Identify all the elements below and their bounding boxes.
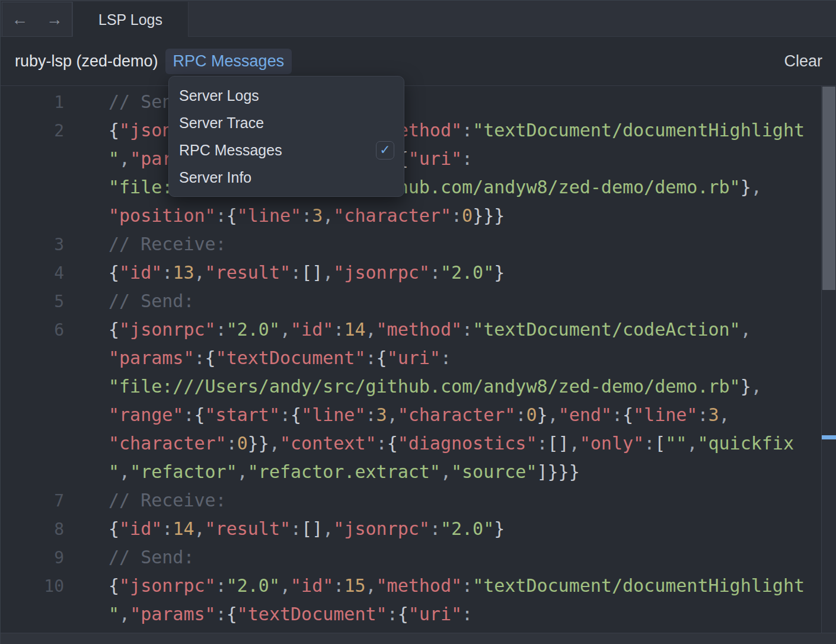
back-arrow-icon: ← xyxy=(11,10,28,29)
code-row: 10{"jsonrpc":"2.0","id":15,"method":"tex… xyxy=(1,572,821,600)
back-button[interactable]: ← xyxy=(2,2,37,36)
server-name-label: ruby-lsp (zed-demo) xyxy=(15,52,158,71)
clear-button[interactable]: Clear xyxy=(784,52,822,71)
code-text: "range":{"start":{"line":3,"character":0… xyxy=(109,401,730,429)
code-text: "params":{"textDocument":{"uri": xyxy=(109,344,451,372)
checkbox: ✓ xyxy=(376,141,394,160)
code-text: {"jsonrpc":"2.0","id":15,"method":"textD… xyxy=(109,572,805,600)
code-row: "params":{"textDocument":{"uri": xyxy=(1,344,821,372)
code-row: "file:///Users/andy/src/github.com/andyw… xyxy=(1,372,821,401)
code-text: {"id":13,"result":[],"jsonrpc":"2.0"} xyxy=(109,259,505,287)
line-number: 7 xyxy=(1,487,64,515)
code-row: ","refactor","refactor.extract","source"… xyxy=(1,458,821,486)
code-text: "file:///Users/andy/src/github.com/andyw… xyxy=(109,372,762,401)
toolbar: ruby-lsp (zed-demo) RPC Messages Clear xyxy=(1,37,836,86)
code-row: 7// Receive: xyxy=(1,486,821,515)
code-row: 9// Send: xyxy=(1,543,821,572)
line-number: 8 xyxy=(1,515,64,544)
menu-item-label: Server Logs xyxy=(179,87,259,104)
nav-history-group: ← → xyxy=(2,2,72,37)
line-number: 3 xyxy=(1,231,64,259)
menu-item-rpc-messages[interactable]: RPC Messages✓ xyxy=(169,136,404,164)
code-text: "character":0}},"context":{"diagnostics"… xyxy=(109,429,794,458)
code-row: "position":{"line":3,"character":0}}} xyxy=(1,202,821,230)
code-text: // Send: xyxy=(109,287,194,315)
code-rows: 1// Send:2{"jsonrpc":"2.0","id":13,"meth… xyxy=(1,88,821,629)
code-row: "range":{"start":{"line":3,"character":0… xyxy=(1,401,821,429)
code-text: // Send: xyxy=(109,543,194,572)
line-number: 2 xyxy=(1,117,64,145)
tab-label: LSP Logs xyxy=(98,11,162,28)
code-row: 2{"jsonrpc":"2.0","id":13,"method":"text… xyxy=(1,116,821,145)
code-row: "character":0}},"context":{"diagnostics"… xyxy=(1,429,821,458)
line-number: 5 xyxy=(1,288,64,316)
code-text: ","refactor","refactor.extract","source"… xyxy=(109,458,580,486)
code-row: "file:///Users/andy/src/github.com/andyw… xyxy=(1,173,821,202)
line-number: 1 xyxy=(1,88,64,117)
line-number: 10 xyxy=(1,572,64,601)
code-text: {"jsonrpc":"2.0","id":14,"method":"textD… xyxy=(109,315,751,344)
code-row: 8{"id":14,"result":[],"jsonrpc":"2.0"} xyxy=(1,515,821,543)
status-bar xyxy=(1,633,836,644)
code-row: 1// Send: xyxy=(1,88,821,116)
menu-item-server-trace[interactable]: Server Trace xyxy=(169,109,404,136)
code-row: 6{"jsonrpc":"2.0","id":14,"method":"text… xyxy=(1,315,821,344)
code-row: 4{"id":13,"result":[],"jsonrpc":"2.0"} xyxy=(1,259,821,287)
log-editor[interactable]: 1// Send:2{"jsonrpc":"2.0","id":13,"meth… xyxy=(1,86,821,633)
code-text: ","params":{"textDocument":{"uri": xyxy=(109,600,473,629)
code-row: 3// Receive: xyxy=(1,230,821,259)
forward-arrow-icon: → xyxy=(46,10,63,29)
scrollbar-track[interactable] xyxy=(821,86,836,633)
menu-item-server-info[interactable]: Server Info xyxy=(169,164,404,191)
code-row: ","params":{"textDocument":{"uri": xyxy=(1,145,821,173)
code-text: "position":{"line":3,"character":0}}} xyxy=(109,202,505,230)
menu-item-label: RPC Messages xyxy=(179,142,282,159)
view-dropdown-menu: Server LogsServer TraceRPC Messages✓Serv… xyxy=(168,76,404,197)
lsp-logs-window: ← → LSP Logs ruby-lsp (zed-demo) RPC Mes… xyxy=(0,0,836,644)
tab-bar: ← → LSP Logs xyxy=(1,0,836,37)
line-number: 6 xyxy=(1,316,64,345)
code-text: // Receive: xyxy=(109,486,226,515)
line-number: 4 xyxy=(1,259,64,288)
menu-item-server-logs[interactable]: Server Logs xyxy=(169,82,404,109)
rpc-messages-dropdown-button[interactable]: RPC Messages xyxy=(165,49,292,74)
code-text: // Receive: xyxy=(109,230,226,259)
code-text: {"id":14,"result":[],"jsonrpc":"2.0"} xyxy=(109,515,505,543)
menu-item-label: Server Trace xyxy=(179,114,264,132)
line-number: 9 xyxy=(1,544,64,572)
forward-button[interactable]: → xyxy=(37,2,72,36)
menu-item-label: Server Info xyxy=(179,169,251,186)
tab-lsp-logs[interactable]: LSP Logs xyxy=(72,2,189,37)
code-row: 5// Send: xyxy=(1,287,821,315)
code-row: ","params":{"textDocument":{"uri": xyxy=(1,600,821,629)
scroll-position-marker xyxy=(822,435,836,439)
scrollbar-thumb[interactable] xyxy=(822,87,835,290)
checkmark-icon: ✓ xyxy=(379,144,390,157)
